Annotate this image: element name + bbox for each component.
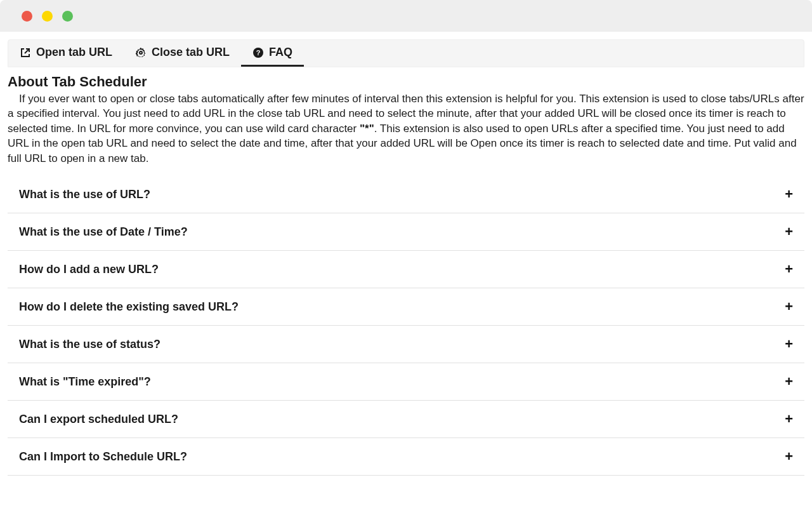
about-desc-bold: "*" [360, 123, 374, 135]
faq-item[interactable]: How do I delete the existing saved URL? … [8, 288, 804, 326]
faq-item[interactable]: Can I export scheduled URL? + [8, 401, 804, 438]
tab-label: Close tab URL [152, 46, 230, 59]
close-window-button[interactable] [22, 11, 32, 22]
gear-icon [135, 47, 147, 58]
faq-question: Can I Import to Schedule URL? [19, 450, 187, 464]
faq-item[interactable]: What is "Time expired"? + [8, 363, 804, 401]
tab-open-url[interactable]: Open tab URL [8, 40, 124, 67]
tab-label: FAQ [269, 46, 292, 59]
faq-list: What is the use of URL? + What is the us… [8, 176, 804, 476]
expand-icon: + [785, 187, 793, 201]
expand-icon: + [785, 225, 793, 239]
svg-text:?: ? [256, 49, 261, 57]
faq-question: What is the use of status? [19, 338, 160, 351]
expand-icon: + [785, 337, 793, 351]
maximize-window-button[interactable] [62, 11, 73, 22]
faq-item[interactable]: Can I Import to Schedule URL? + [8, 438, 804, 476]
minimize-window-button[interactable] [42, 11, 53, 22]
faq-question: How do I add a new URL? [19, 263, 159, 276]
faq-question: How do I delete the existing saved URL? [19, 300, 239, 314]
faq-item[interactable]: How do I add a new URL? + [8, 251, 804, 288]
about-section: About Tab Scheduler If you ever want to … [8, 67, 804, 166]
faq-item[interactable]: What is the use of Date / Time? + [8, 213, 804, 251]
content-area: Open tab URL Close tab URL ? FAQ About T… [0, 32, 812, 476]
faq-question: What is the use of URL? [19, 188, 150, 201]
tab-faq[interactable]: ? FAQ [241, 40, 304, 67]
external-link-icon [20, 47, 31, 58]
expand-icon: + [785, 300, 793, 314]
tab-label: Open tab URL [36, 46, 112, 59]
expand-icon: + [785, 375, 793, 389]
question-circle-icon: ? [252, 47, 264, 58]
faq-question: What is the use of Date / Time? [19, 225, 188, 239]
window-titlebar [0, 0, 812, 32]
expand-icon: + [785, 262, 793, 276]
about-title: About Tab Scheduler [8, 74, 804, 90]
faq-question: Can I export scheduled URL? [19, 413, 178, 426]
faq-item[interactable]: What is the use of status? + [8, 326, 804, 363]
about-description: If you ever want to open or close tabs a… [8, 91, 804, 166]
faq-item[interactable]: What is the use of URL? + [8, 176, 804, 213]
expand-icon: + [785, 412, 793, 426]
tab-close-url[interactable]: Close tab URL [124, 40, 241, 67]
expand-icon: + [785, 450, 793, 464]
tab-bar: Open tab URL Close tab URL ? FAQ [8, 39, 804, 67]
faq-question: What is "Time expired"? [19, 375, 151, 389]
